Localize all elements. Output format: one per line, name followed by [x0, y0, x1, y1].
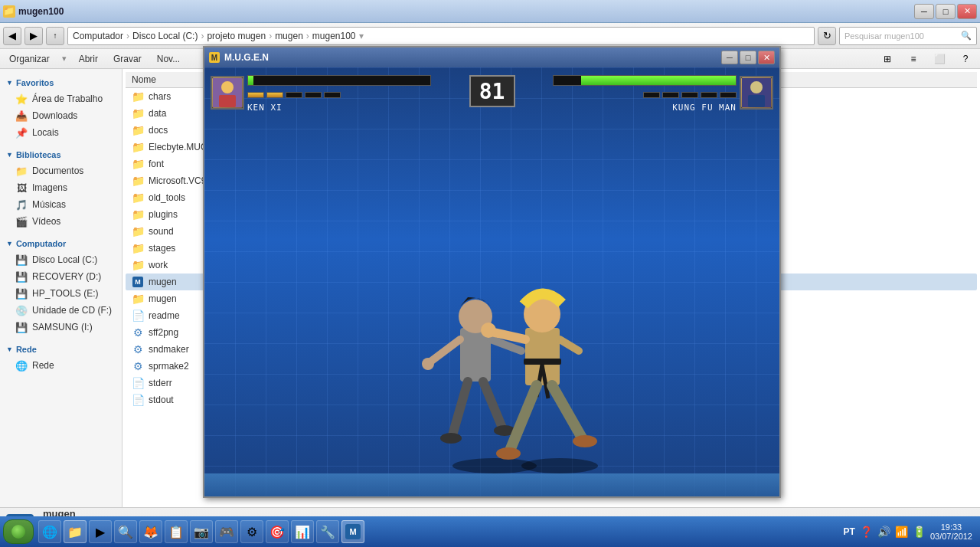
- player1-power-bar: [247, 92, 431, 98]
- close-button[interactable]: ✕: [957, 4, 977, 19]
- sidebar-item-unidade-cd-f[interactable]: 💿 Unidade de CD (F:): [0, 302, 122, 319]
- game-area: KEN XI 81: [204, 67, 779, 496]
- svg-line-22: [560, 339, 579, 351]
- taskbar-app-ie[interactable]: 🌐: [38, 520, 61, 543]
- mugen-close-button[interactable]: ✕: [758, 51, 775, 64]
- sidebar-header-bibliotecas[interactable]: Bibliotecas: [0, 147, 122, 162]
- locais-icon: 📌: [15, 126, 28, 139]
- taskbar-app-config[interactable]: ⚙: [240, 520, 263, 543]
- menu-gravar[interactable]: Gravar: [110, 52, 145, 66]
- videos-icon: 🎬: [15, 215, 28, 228]
- back-button[interactable]: ◀: [3, 27, 21, 45]
- taskbar-app-tool[interactable]: 🎯: [266, 520, 289, 543]
- sidebar-item-locais[interactable]: 📌 Locais: [0, 124, 122, 141]
- sidebar-item-rede[interactable]: 🌐 Rede: [0, 357, 122, 374]
- mugen-restore-button[interactable]: □: [740, 51, 756, 64]
- svg-point-28: [573, 435, 597, 447]
- svg-rect-18: [524, 359, 561, 365]
- game-floor: [204, 473, 779, 496]
- sidebar-item-documentos[interactable]: 📁 Documentos: [0, 162, 122, 179]
- menu-nov[interactable]: Nov...: [154, 52, 183, 66]
- taskbar-app-game1[interactable]: 🎮: [215, 520, 238, 543]
- hud: KEN XI 81: [204, 67, 779, 129]
- mugen-minimize-button[interactable]: ─: [721, 51, 738, 64]
- view-options-button[interactable]: ⊞: [879, 51, 896, 67]
- svg-point-7: [521, 458, 598, 473]
- sidebar-item-disco-local-c[interactable]: 💾 Disco Local (C:): [0, 251, 122, 268]
- taskbar-app-explorer[interactable]: 📁: [64, 520, 87, 543]
- mugen-title-text: M.U.G.E.N: [224, 52, 721, 63]
- player2-power-bar: [643, 92, 737, 98]
- mugen-window-controls: ─ □ ✕: [721, 51, 775, 64]
- drive-c-icon: 💾: [15, 254, 28, 266]
- address-bar[interactable]: Computador › Disco Local (C:) › projeto …: [67, 27, 815, 45]
- svg-point-4: [750, 81, 763, 93]
- sidebar-section-computador: Computador 💾 Disco Local (C:) 💾 RECOVERY…: [0, 236, 122, 336]
- menu-abrir[interactable]: Abrir: [76, 52, 101, 66]
- preview-pane-button[interactable]: ⬜: [931, 51, 948, 67]
- sidebar-item-recovery-d[interactable]: 💾 RECOVERY (D:): [0, 268, 122, 285]
- help-button[interactable]: ?: [957, 51, 974, 67]
- sidebar-header-rede[interactable]: Rede: [0, 342, 122, 357]
- sidebar-item-downloads[interactable]: 📥 Downloads: [0, 107, 122, 124]
- folder-icon: 📁: [132, 293, 144, 305]
- start-button[interactable]: [3, 519, 34, 544]
- drive-i-icon: 💾: [15, 321, 28, 333]
- drive-d-icon: 💾: [15, 270, 28, 283]
- taskbar-app-mugen[interactable]: M: [341, 520, 364, 543]
- app-icon: ⚙: [132, 360, 144, 372]
- mugen-window: M M.U.G.E.N ─ □ ✕: [203, 46, 781, 498]
- refresh-button[interactable]: ↻: [818, 27, 836, 45]
- network-tray-icon: 📶: [895, 526, 908, 538]
- player1-health-bar: [247, 75, 431, 86]
- sidebar-item-musicas[interactable]: 🎵 Músicas: [0, 196, 122, 213]
- sidebar-item-area-de-trabalho[interactable]: ⭐ Área de Trabalho: [0, 90, 122, 107]
- folder-icon: 📁: [132, 90, 144, 103]
- sidebar-item-imagens[interactable]: 🖼 Imagens: [0, 179, 122, 196]
- sidebar-item-videos[interactable]: 🎬 Vídeos: [0, 213, 122, 230]
- taskbar-app-media[interactable]: ▶: [89, 520, 112, 543]
- sidebar-item-hp-tools-e[interactable]: 💾 HP_TOOLS (E:): [0, 285, 122, 302]
- clock: 19:33 03/07/2012: [930, 522, 972, 541]
- svg-line-26: [552, 385, 583, 439]
- folder-icon: 📁: [132, 107, 144, 120]
- language-indicator[interactable]: PT: [844, 526, 855, 537]
- maximize-button[interactable]: □: [936, 4, 956, 19]
- fighters-svg: [376, 205, 667, 481]
- search-bar[interactable]: Pesquisar mugen100 🔍: [839, 27, 977, 45]
- folder-icon: 📁: [132, 208, 144, 221]
- svg-line-25: [510, 385, 537, 450]
- svg-point-1: [221, 81, 234, 93]
- sidebar-header-computador[interactable]: Computador: [0, 236, 122, 251]
- up-button[interactable]: ↑: [46, 27, 64, 45]
- timer: 81: [462, 72, 523, 107]
- title-bar-text: mugen100: [18, 6, 914, 17]
- view-list-button[interactable]: ≡: [905, 51, 922, 67]
- player2-health-bar: [553, 75, 737, 86]
- speaker-icon: 🔊: [877, 526, 890, 538]
- taskbar-app-sheet[interactable]: 📊: [291, 520, 314, 543]
- app-icon: ⚙: [132, 326, 144, 339]
- player2-name: KUNG FU MAN: [672, 103, 737, 113]
- sidebar-item-samsung-i[interactable]: 💾 SAMSUNG (I:): [0, 319, 122, 336]
- menu-organizar[interactable]: Organizar: [6, 52, 53, 66]
- minimize-button[interactable]: ─: [914, 4, 934, 19]
- sidebar-section-rede: Rede 🌐 Rede: [0, 342, 122, 374]
- taskbar-app-clipboard[interactable]: 📋: [165, 520, 188, 543]
- taskbar-app-firefox[interactable]: 🦊: [139, 520, 162, 543]
- title-bar: 📁 mugen100 ─ □ ✕: [0, 0, 980, 23]
- mugen-title-bar: M M.U.G.E.N ─ □ ✕: [204, 47, 779, 67]
- app-icon: M: [132, 276, 144, 288]
- sidebar-header-favoritos[interactable]: Favoritos: [0, 75, 122, 90]
- forward-button[interactable]: ▶: [24, 27, 43, 45]
- network-icon: 🌐: [15, 359, 28, 372]
- player2-hud: KUNG FU MAN: [523, 72, 774, 113]
- taskbar-app-repair[interactable]: 🔧: [316, 520, 339, 543]
- folder-icon: 📁: [132, 242, 144, 254]
- app-icon: ⚙: [132, 343, 144, 355]
- file-icon: 📄: [132, 394, 144, 406]
- mugen-icon: M: [209, 52, 220, 63]
- file-icon: 📄: [132, 310, 144, 322]
- taskbar-app-camera[interactable]: 📷: [190, 520, 213, 543]
- taskbar-app-chrome[interactable]: 🔍: [114, 520, 137, 543]
